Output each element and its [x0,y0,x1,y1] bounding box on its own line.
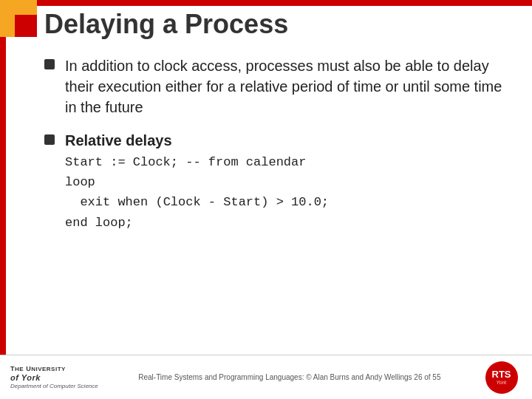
accent-square-inner [15,15,37,37]
footer-logo-area: THE UNIVERSITY of York Department of Com… [10,365,98,389]
rts-york: York [496,380,506,386]
rts-circle: RTS York [485,361,518,394]
bullet-1: In addition to clock access, processes m… [44,55,517,117]
bullet-2-label: Relative delays [65,132,329,149]
footer: THE UNIVERSITY of York Department of Com… [0,355,532,399]
bullet-dot-1 [44,59,55,69]
rts-text: RTS [492,369,511,380]
footer-copyright: Real-Time Systems and Programming Langua… [98,373,481,381]
footer-department: Department of Computer Science [10,383,98,389]
footer-university: THE UNIVERSITY [10,365,66,373]
bullet-dot-2 [44,134,55,145]
bullet-2: Relative delays Start := Clock; -- from … [44,132,517,233]
code-line-1: Start := Clock; -- from calendar [65,152,329,172]
footer-rts-badge: RTS York [481,363,522,392]
code-line-4: end loop; [65,213,329,233]
rts-label: RTS York [492,369,511,386]
content-area: In addition to clock access, processes m… [44,55,517,347]
title-area: Delaying a Process [44,6,517,40]
accent-square [0,0,37,37]
code-from: from [208,155,239,169]
code-when: when [117,195,148,209]
code-line-3: exit when (Clock - Start) > 10.0; [65,192,329,212]
footer-of-york: of York [10,373,41,383]
bullet-2-content: Relative delays Start := Clock; -- from … [65,132,329,233]
bullet-1-text: In addition to clock access, processes m… [65,55,517,117]
top-bar [0,0,532,6]
slide-title: Delaying a Process [44,6,517,40]
slide: Delaying a Process In addition to clock … [0,0,532,399]
code-line-2: loop [65,172,329,192]
code-block: Start := Clock; -- from calendar loop ex… [65,152,329,233]
left-bar [0,0,6,399]
